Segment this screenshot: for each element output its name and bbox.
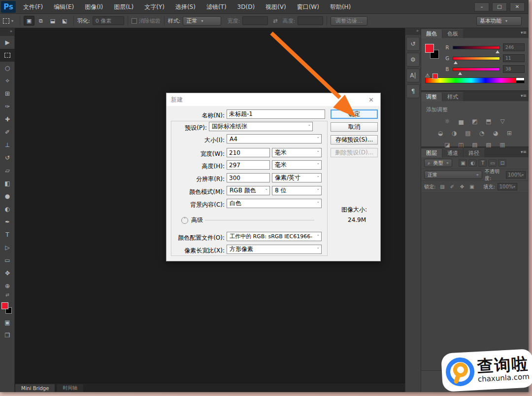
close-icon[interactable]: ✕ [366,96,376,104]
history-panel-icon[interactable]: ↺ [406,37,420,51]
lock-position-icon[interactable]: ✥ [458,183,466,190]
menu-item-4[interactable]: 文字(Y) [139,0,170,14]
lasso-tool[interactable]: ○ [0,62,15,74]
G-slider[interactable] [453,57,500,60]
gamut-color-swatch[interactable] [432,73,438,79]
foreground-color-swatch[interactable] [1,302,8,309]
width-input[interactable] [227,148,270,157]
brightness-contrast-icon[interactable]: ☼ [443,117,452,125]
swap-colors-icon[interactable]: ⇄ [0,292,15,299]
background-select[interactable]: 白色˅ [227,199,322,208]
menu-item-6[interactable]: 滤镜(T) [201,0,232,14]
expand-panels-icon[interactable]: » [405,28,421,35]
panel-menu-icon[interactable]: ▾≡ [521,30,527,35]
menu-item-5[interactable]: 选择(S) [170,0,201,14]
swap-dimensions-icon[interactable]: ⇄ [273,18,277,24]
pen-tool[interactable]: ✒ [0,216,15,228]
B-value-input[interactable]: 38 [503,65,525,73]
resolution-unit-select[interactable]: 像素/英寸˅ [272,173,322,182]
vibrance-icon[interactable]: ▽ [498,117,507,125]
exposure-icon[interactable]: ⬒ [484,117,493,125]
intersect-selection-button[interactable]: ⬕ [59,16,70,26]
levels-icon[interactable]: ▅ [457,117,466,125]
R-value-input[interactable]: 246 [503,43,525,51]
subtract-from-selection-button[interactable]: ⬓ [47,16,58,26]
layers-list[interactable] [421,193,529,370]
photo-filter-icon[interactable]: ◔ [477,129,486,137]
panel-menu-icon[interactable]: ▾≡ [521,149,527,154]
screen-mode-button[interactable]: ❐ [0,329,15,342]
quick-mask-button[interactable]: ▣ [0,316,15,329]
rectangular-marquee-tool[interactable] [0,49,15,62]
filter-smart-objects-icon[interactable]: ⊡ [498,159,506,167]
ok-button[interactable]: 确定 [331,109,378,119]
color-profile-select[interactable]: 工作中的 RGB: sRGB IEC61966-2.1˅ [227,232,322,241]
B-slider[interactable] [453,68,500,71]
layer-filter-type-select[interactable]: ⌕ 类型 ÷ [424,159,452,167]
refine-edge-button[interactable]: 调整边缘… [331,16,367,26]
path-selection-tool[interactable]: ▷ [0,241,15,254]
width-unit-select[interactable]: 毫米˅ [272,148,322,157]
tab-styles[interactable]: 样式 [442,92,463,101]
blend-mode-select[interactable]: 正常 ÷ [424,171,482,179]
quick-selection-tool[interactable]: ✧ [0,74,15,87]
history-brush-tool[interactable]: ↺ [0,151,15,164]
bottom-tab-1[interactable]: 时间轴 [56,384,84,392]
resolution-input[interactable] [227,173,270,182]
menu-item-0[interactable]: 文件(F) [18,0,48,14]
tab-swatches[interactable]: 色板 [442,29,463,38]
pixel-aspect-select[interactable]: 方形像素˅ [227,245,322,254]
brush-tool[interactable]: ✐ [0,126,15,139]
maximize-button[interactable]: □ [492,2,507,11]
height-input[interactable] [227,160,270,170]
clone-stamp-tool[interactable]: ⊥ [0,139,15,151]
blur-tool[interactable]: ● [0,190,15,203]
filter-shape-layers-icon[interactable]: ▭ [488,159,497,167]
type-tool[interactable]: T [0,228,15,241]
tab-adjustments[interactable]: 调整 [421,92,442,101]
gradient-tool[interactable]: ◧ [0,177,15,190]
menu-item-10[interactable]: 帮助(H) [325,0,356,14]
crop-tool[interactable]: ⊞ [0,87,15,100]
minimize-button[interactable]: – [474,2,489,11]
color-balance-icon[interactable]: ◑ [450,129,459,137]
gamut-warning-icon[interactable]: ⚠ [425,72,430,79]
filter-type-layers-icon[interactable]: T [478,159,487,167]
feather-input[interactable]: 0 像素 [93,16,124,25]
advanced-toggle[interactable]: ˆ 高级 [181,216,203,224]
lock-transparent-pixels-icon[interactable]: ▨ [438,183,446,190]
cancel-button[interactable]: 取消 [331,122,378,132]
move-tool[interactable]: ▶ [0,36,15,49]
tab-paths[interactable]: 路径 [464,148,484,157]
lock-image-pixels-icon[interactable]: ✐ [448,183,456,190]
filter-pixel-layers-icon[interactable]: ▣ [459,159,467,167]
add-to-selection-button[interactable]: ⧉ [35,16,46,26]
menu-item-9[interactable]: 窗口(W) [292,0,325,14]
style-select[interactable]: 正常▾ [183,16,221,26]
filter-adjustment-layers-icon[interactable]: ◐ [468,159,477,167]
close-button[interactable]: ✕ [510,2,525,11]
menu-item-1[interactable]: 编辑(E) [48,0,79,14]
menu-item-7[interactable]: 3D(D) [232,0,260,14]
curves-icon[interactable]: ◩ [470,117,479,125]
zoom-tool[interactable]: ⊕ [0,280,15,292]
foreground-color-swatch[interactable] [425,44,434,53]
menu-item-3[interactable]: 图层(L) [108,0,139,14]
tab-layers[interactable]: 图层 [421,148,442,157]
size-select[interactable]: A4˅ [227,134,322,144]
save-preset-button[interactable]: 存储预设(S)... [331,135,378,144]
anti-alias-checkbox[interactable] [132,18,137,24]
spot-healing-brush-tool[interactable]: ✚ [0,113,15,126]
hand-tool[interactable]: ✥ [0,267,15,280]
tab-color[interactable]: 颜色 [421,29,442,38]
height-unit-select[interactable]: 毫米˅ [272,160,322,170]
dodge-tool[interactable]: ◐ [0,203,15,216]
lock-all-icon[interactable]: ▣ [467,183,476,190]
color-mode-select[interactable]: RGB 颜色˅ [227,186,270,195]
panel-menu-icon[interactable]: ▾≡ [521,93,527,98]
G-value-input[interactable]: 11 [503,54,525,62]
preset-select[interactable]: 国际标准纸张˅ [209,122,313,131]
R-slider[interactable] [453,46,500,49]
eyedropper-tool[interactable]: ✑ [0,100,15,113]
menu-item-8[interactable]: 视图(V) [260,0,292,14]
